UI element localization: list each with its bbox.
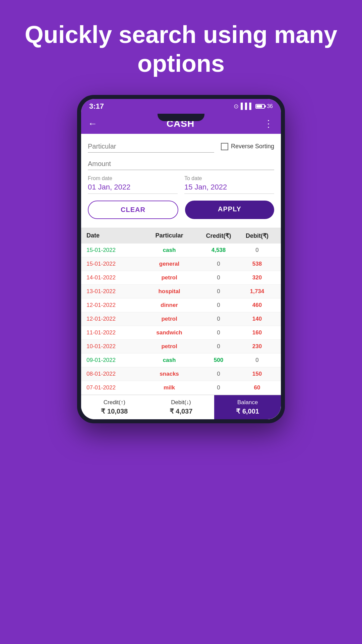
cell-particular: sandwich <box>140 329 198 336</box>
phone-frame: 3:17 ⊙ ▌▌▌ 36 ← CASH ⋮ <box>77 95 285 423</box>
back-button[interactable]: ← <box>88 118 97 129</box>
cell-particular: snacks <box>140 371 198 377</box>
from-date-field[interactable]: From date 01 Jan, 2022 <box>88 175 178 194</box>
footer-credit-value: ₹ 10,038 <box>86 407 142 415</box>
col-credit: Credit(₹) <box>198 232 239 239</box>
footer-debit-label: Debit(↓) <box>153 399 209 406</box>
date-row: From date 01 Jan, 2022 To date 15 Jan, 2… <box>88 175 274 194</box>
cell-debit: 1,734 <box>239 288 276 295</box>
from-date-value: 01 Jan, 2022 <box>88 183 178 194</box>
cell-credit: 0 <box>198 316 239 322</box>
status-bar: 3:17 ⊙ ▌▌▌ 36 <box>81 99 281 114</box>
cell-debit: 140 <box>239 316 276 322</box>
col-debit: Debit(₹) <box>239 232 276 239</box>
cell-particular: hospital <box>140 288 198 295</box>
to-date-value: 15 Jan, 2022 <box>184 183 274 194</box>
status-time: 3:17 <box>89 102 104 111</box>
table-row: 12-01-2022 dinner 0 460 <box>81 299 281 312</box>
from-date-label: From date <box>88 175 178 181</box>
cell-credit: 0 <box>198 274 239 281</box>
table-row: 12-01-2022 petrol 0 140 <box>81 312 281 326</box>
battery-icon <box>255 104 265 109</box>
cell-date: 15-01-2022 <box>86 261 140 267</box>
cell-date: 09-01-2022 <box>86 357 140 364</box>
footer-balance-value: ₹ 6,001 <box>220 407 276 415</box>
cell-debit: 0 <box>239 247 276 254</box>
amount-input[interactable] <box>88 158 274 170</box>
menu-button[interactable]: ⋮ <box>264 118 274 129</box>
col-date: Date <box>86 232 140 239</box>
cell-date: 08-01-2022 <box>86 371 140 377</box>
cell-particular: cash <box>140 357 198 364</box>
cell-debit: 320 <box>239 274 276 281</box>
notch <box>158 114 204 121</box>
cell-date: 14-01-2022 <box>86 274 140 281</box>
cell-date: 10-01-2022 <box>86 343 140 350</box>
cell-debit: 150 <box>239 371 276 377</box>
particular-input[interactable] <box>88 141 214 153</box>
footer-balance-label: Balance <box>220 399 276 406</box>
signal-icon: ▌▌▌ <box>241 103 253 110</box>
phone-wrapper: 3:17 ⊙ ▌▌▌ 36 ← CASH ⋮ <box>77 95 285 423</box>
to-date-field[interactable]: To date 15 Jan, 2022 <box>184 175 274 194</box>
table-row: 10-01-2022 petrol 0 230 <box>81 340 281 354</box>
headline: Quickly search using many options <box>0 0 362 95</box>
col-particular: Particular <box>140 232 198 239</box>
table-body: 15-01-2022 cash 4,538 0 15-01-2022 gener… <box>81 244 281 395</box>
cell-credit: 0 <box>198 343 239 350</box>
search-area: Reverse Sorting From date 01 Jan, 2022 T… <box>81 134 281 228</box>
cell-credit: 0 <box>198 302 239 309</box>
cell-credit: 0 <box>198 371 239 377</box>
table-container: Date Particular Credit(₹) Debit(₹) 15-01… <box>81 228 281 419</box>
cell-debit: 160 <box>239 329 276 336</box>
cell-date: 12-01-2022 <box>86 302 140 309</box>
cell-particular: milk <box>140 384 198 391</box>
table-row: 08-01-2022 snacks 0 150 <box>81 367 281 381</box>
battery-level: 36 <box>267 103 273 109</box>
cell-particular: petrol <box>140 274 198 281</box>
btn-row: CLEAR APPLY <box>88 201 274 219</box>
cell-particular: cash <box>140 247 198 254</box>
cell-debit: 0 <box>239 357 276 364</box>
cell-particular: general <box>140 261 198 267</box>
footer-balance: Balance ₹ 6,001 <box>214 395 281 419</box>
search-row: Reverse Sorting <box>88 141 274 153</box>
status-icons: ⊙ ▌▌▌ 36 <box>234 103 273 110</box>
cell-debit: 60 <box>239 384 276 391</box>
cell-particular: petrol <box>140 316 198 322</box>
cell-date: 12-01-2022 <box>86 316 140 322</box>
table-header: Date Particular Credit(₹) Debit(₹) <box>81 228 281 244</box>
cell-date: 11-01-2022 <box>86 329 140 336</box>
table-row: 11-01-2022 sandwich 0 160 <box>81 326 281 340</box>
table-row: 15-01-2022 cash 4,538 0 <box>81 244 281 257</box>
cell-credit: 500 <box>198 357 239 364</box>
cell-credit: 0 <box>198 384 239 391</box>
clear-button[interactable]: CLEAR <box>88 201 178 219</box>
phone-inner: 3:17 ⊙ ▌▌▌ 36 ← CASH ⋮ <box>81 99 281 419</box>
cell-particular: petrol <box>140 343 198 350</box>
cell-date: 13-01-2022 <box>86 288 140 295</box>
to-date-label: To date <box>184 175 274 181</box>
footer-credit-label: Credit(↑) <box>86 399 142 406</box>
table-row: 13-01-2022 hospital 0 1,734 <box>81 285 281 299</box>
cell-date: 15-01-2022 <box>86 247 140 254</box>
cell-credit: 4,538 <box>198 247 239 254</box>
cell-debit: 460 <box>239 302 276 309</box>
wifi-icon: ⊙ <box>234 103 239 110</box>
cell-credit: 0 <box>198 288 239 295</box>
table-row: 07-01-2022 milk 0 60 <box>81 381 281 395</box>
cell-debit: 230 <box>239 343 276 350</box>
footer-credit: Credit(↑) ₹ 10,038 <box>81 395 148 419</box>
cell-credit: 0 <box>198 329 239 336</box>
footer-debit-value: ₹ 4,037 <box>153 407 209 415</box>
reverse-sorting-option[interactable]: Reverse Sorting <box>221 143 274 150</box>
cell-credit: 0 <box>198 261 239 267</box>
apply-button[interactable]: APPLY <box>185 201 274 219</box>
footer-debit: Debit(↓) ₹ 4,037 <box>148 395 215 419</box>
table-row: 09-01-2022 cash 500 0 <box>81 354 281 367</box>
table-row: 14-01-2022 petrol 0 320 <box>81 271 281 285</box>
reverse-sorting-label: Reverse Sorting <box>231 143 274 150</box>
table-row: 15-01-2022 general 0 538 <box>81 257 281 271</box>
reverse-sorting-checkbox[interactable] <box>221 143 228 150</box>
cell-debit: 538 <box>239 261 276 267</box>
